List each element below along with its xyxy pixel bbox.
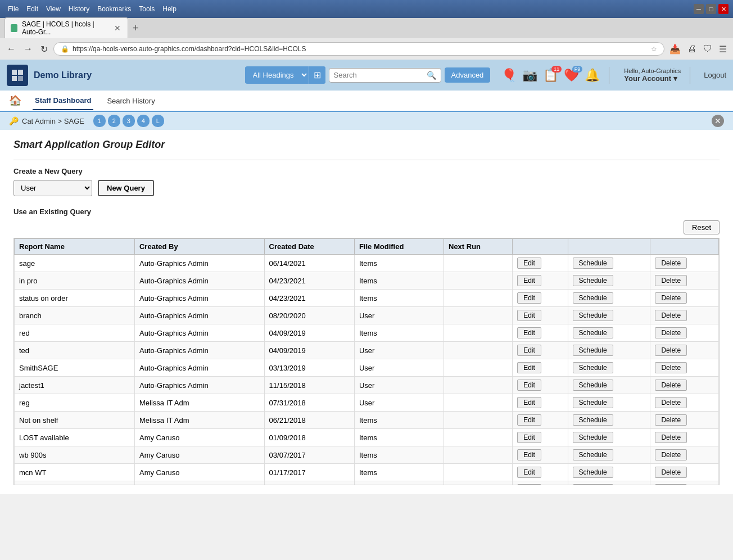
edit-button[interactable]: Edit: [517, 362, 541, 373]
nav-search-history[interactable]: Search History: [105, 92, 157, 110]
query-table-scroll[interactable]: Report Name Created By Created Date File…: [13, 238, 720, 485]
schedule-button[interactable]: Schedule: [573, 345, 613, 356]
menu-help[interactable]: Help: [159, 4, 180, 14]
bell-icon[interactable]: 🔔: [585, 68, 600, 83]
edit-button[interactable]: Edit: [517, 310, 541, 321]
schedule-button[interactable]: Schedule: [573, 310, 613, 321]
menu-file[interactable]: File: [4, 4, 22, 14]
schedule-button[interactable]: Schedule: [573, 449, 613, 460]
star-icon[interactable]: ☆: [651, 45, 657, 53]
schedule-button[interactable]: Schedule: [573, 484, 613, 485]
edit-button[interactable]: Edit: [517, 380, 541, 391]
delete-button[interactable]: Delete: [655, 484, 687, 485]
edit-button[interactable]: Edit: [517, 258, 541, 269]
schedule-button[interactable]: Schedule: [573, 292, 613, 304]
print-icon[interactable]: 🖨: [686, 42, 698, 56]
schedule-button[interactable]: Schedule: [573, 432, 613, 443]
edit-button[interactable]: Edit: [517, 292, 541, 304]
delete-button[interactable]: Delete: [655, 258, 687, 269]
menu-tools[interactable]: Tools: [135, 4, 158, 14]
reset-button[interactable]: Reset: [684, 220, 720, 234]
search-button[interactable]: 🔍: [427, 71, 436, 80]
schedule-button[interactable]: Schedule: [573, 380, 613, 391]
cell-created-date: 04/09/2019: [264, 324, 354, 342]
page-btn-l[interactable]: L: [152, 115, 164, 127]
list-icon[interactable]: 📋 11: [543, 68, 558, 83]
edit-button[interactable]: Edit: [517, 449, 541, 460]
heading-select[interactable]: All Headings Title Author Subject ISBN: [245, 67, 309, 83]
browser-tab[interactable]: SAGE | HCOLS | hcols | Auto-Gr... ✕: [4, 17, 128, 38]
page-btn-2[interactable]: 2: [108, 115, 120, 127]
edit-button[interactable]: Edit: [517, 345, 541, 356]
table-row: ted Auto-Graphics Admin 04/09/2019 User …: [15, 342, 719, 359]
delete-button[interactable]: Delete: [655, 275, 687, 286]
delete-button[interactable]: Delete: [655, 449, 687, 460]
cell-schedule: Schedule: [568, 290, 650, 307]
menu-history[interactable]: History: [65, 4, 93, 14]
pocket-icon[interactable]: 📥: [668, 42, 682, 56]
page-btn-3[interactable]: 3: [123, 115, 135, 127]
schedule-button[interactable]: Schedule: [573, 258, 613, 269]
cell-created-by: Auto-Graphics Admin: [134, 342, 264, 359]
query-type-select[interactable]: User Items Orders: [13, 180, 92, 196]
account-area[interactable]: Hello, Auto-Graphics Your Account ▾: [624, 67, 681, 83]
edit-button[interactable]: Edit: [517, 414, 541, 426]
page-btn-4[interactable]: 4: [137, 115, 150, 127]
schedule-button[interactable]: Schedule: [573, 397, 613, 408]
reload-button[interactable]: ↻: [38, 43, 50, 56]
delete-button[interactable]: Delete: [655, 432, 687, 443]
schedule-button[interactable]: Schedule: [573, 275, 613, 286]
nav-staff-dashboard[interactable]: Staff Dashboard: [33, 92, 93, 110]
schedule-button[interactable]: Schedule: [573, 414, 613, 426]
back-button[interactable]: ←: [4, 43, 18, 55]
delete-button[interactable]: Delete: [655, 397, 687, 408]
camera-icon[interactable]: 📷: [522, 68, 537, 83]
balloon-icon[interactable]: 🎈: [501, 68, 517, 83]
menu-view[interactable]: View: [43, 4, 64, 14]
tab-close-button[interactable]: ✕: [114, 24, 121, 33]
svg-rect-3: [18, 76, 23, 81]
cell-delete: Delete: [650, 290, 719, 307]
schedule-button[interactable]: Schedule: [573, 327, 613, 338]
forward-button[interactable]: →: [21, 43, 35, 55]
menu-edit[interactable]: Edit: [23, 4, 42, 14]
create-query-row: User Items Orders New Query: [13, 180, 720, 196]
page-btn-1[interactable]: 1: [93, 115, 106, 127]
edit-button[interactable]: Edit: [517, 484, 541, 485]
delete-button[interactable]: Delete: [655, 362, 687, 373]
minimize-button[interactable]: ─: [694, 4, 704, 14]
new-query-button[interactable]: New Query: [98, 180, 154, 196]
schedule-button[interactable]: Schedule: [573, 467, 613, 478]
new-tab-button[interactable]: +: [129, 21, 142, 35]
logout-button[interactable]: Logout: [704, 71, 726, 79]
breadcrumb-close-button[interactable]: ✕: [712, 115, 724, 127]
delete-button[interactable]: Delete: [655, 345, 687, 356]
close-button[interactable]: ✕: [718, 4, 729, 14]
shield-icon[interactable]: 🛡: [702, 42, 714, 56]
create-query-section: Create a New Query User Items Orders New…: [13, 167, 720, 196]
table-row: LOST available Amy Caruso 01/09/2018 Ite…: [15, 429, 719, 446]
delete-button[interactable]: Delete: [655, 310, 687, 321]
menu-bookmarks[interactable]: Bookmarks: [94, 4, 134, 14]
cell-file-modified: Items: [354, 481, 444, 486]
search-input[interactable]: [334, 71, 427, 79]
cell-created-date: 04/23/2021: [264, 272, 354, 290]
edit-button[interactable]: Edit: [517, 432, 541, 443]
schedule-button[interactable]: Schedule: [573, 362, 613, 373]
advanced-button[interactable]: Advanced: [445, 67, 491, 83]
delete-button[interactable]: Delete: [655, 414, 687, 426]
delete-button[interactable]: Delete: [655, 327, 687, 338]
edit-button[interactable]: Edit: [517, 275, 541, 286]
delete-button[interactable]: Delete: [655, 292, 687, 304]
edit-button[interactable]: Edit: [517, 467, 541, 478]
heart-icon[interactable]: ❤️ F9: [564, 68, 579, 83]
delete-button[interactable]: Delete: [655, 467, 687, 478]
delete-button[interactable]: Delete: [655, 380, 687, 391]
edit-button[interactable]: Edit: [517, 327, 541, 338]
edit-button[interactable]: Edit: [517, 397, 541, 408]
browser-menu[interactable]: File Edit View History Bookmarks Tools H…: [4, 4, 180, 14]
address-bar[interactable]: 🔒 https://qa-hcols-verso.auto-graphics.c…: [53, 42, 664, 56]
home-icon[interactable]: 🏠: [9, 94, 21, 107]
maximize-button[interactable]: □: [706, 4, 716, 14]
menu-icon[interactable]: ☰: [717, 42, 729, 56]
